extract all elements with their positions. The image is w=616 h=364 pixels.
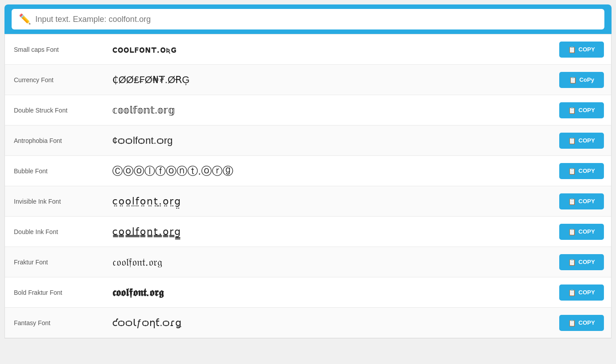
- copy-button[interactable]: 📋COPY: [559, 102, 604, 118]
- table-row: Currency Font₵ØØ₤₣Ø₦₮.ØɌĢ📋CoPy: [5, 65, 611, 95]
- copy-button[interactable]: 📋COPY: [559, 42, 604, 58]
- copy-icon: 📋: [569, 76, 577, 84]
- copy-button[interactable]: 📋COPY: [559, 315, 604, 331]
- copy-label: COPY: [578, 289, 595, 296]
- font-preview: 𝖈𝖔𝖔𝖑𝖋𝖔𝖓𝖙.𝖔𝖗𝖌: [103, 279, 552, 306]
- table-row: Bubble FontⒸⓞⓞⓛⓕⓞⓝⓣ.ⓞⓡⓖ📋COPY: [5, 156, 611, 186]
- copy-icon: 📋: [568, 319, 576, 326]
- copy-icon: 📋: [568, 167, 576, 175]
- header: ✏️: [4, 4, 612, 34]
- copy-button[interactable]: 📋COPY: [559, 163, 604, 179]
- font-preview: 𝕔𝕠𝕠𝕝𝕗𝕠𝕟𝕥.𝕠𝕣𝕘: [103, 97, 552, 123]
- copy-label: COPY: [578, 107, 595, 113]
- copy-icon: 📋: [568, 198, 576, 205]
- copy-icon: 📋: [568, 228, 576, 235]
- copy-button[interactable]: 📋COPY: [559, 133, 604, 149]
- font-table: Small caps Fontᴄᴏᴏʟꜰᴏɴᴛ.ᴏʀɢ📋COPYCurrency…: [4, 34, 612, 339]
- font-label: Double Ink Font: [5, 221, 103, 243]
- font-preview: ₵ØØ₤₣Ø₦₮.ØɌĢ: [103, 67, 552, 93]
- font-label: Double Struck Font: [5, 100, 103, 121]
- table-row: Antrophobia Font¢ѻѻlfѻnt.ѻrg📋COPY: [5, 126, 611, 156]
- copy-button[interactable]: 📋COPY: [559, 224, 604, 240]
- font-label: Bubble Font: [5, 160, 103, 182]
- font-label: Currency Font: [5, 69, 103, 91]
- table-row: Double Struck Font𝕔𝕠𝕠𝕝𝕗𝕠𝕟𝕥.𝕠𝕣𝕘📋COPY: [5, 95, 611, 126]
- table-row: Fantasy FontƈѻѻƖƒѻƞƭ.ѻɾǥ📋COPY: [5, 308, 611, 338]
- font-label: Invisible Ink Font: [5, 191, 103, 212]
- table-row: Bold Fraktur Font𝖈𝖔𝖔𝖑𝖋𝖔𝖓𝖙.𝖔𝖗𝖌📋COPY: [5, 277, 611, 308]
- font-label: Fraktur Font: [5, 251, 103, 273]
- font-preview: c̳o̳o̳l̳f̳o̳n̳t̳.̳o̳r̳g̳: [103, 219, 552, 245]
- copy-icon: 📋: [568, 107, 576, 114]
- font-label: Small caps Font: [5, 39, 103, 60]
- font-preview: ¢ѻѻlfѻnt.ѻrg: [103, 128, 552, 154]
- copy-button[interactable]: 📋CoPy: [559, 72, 604, 88]
- search-input[interactable]: [35, 15, 597, 24]
- table-row: Fraktur Font𝔠𝔬𝔬𝔩𝔣𝔬𝔫𝔱.𝔬𝔯𝔤📋COPY: [5, 247, 611, 277]
- font-preview: Ⓒⓞⓞⓛⓕⓞⓝⓣ.ⓞⓡⓖ: [103, 157, 552, 185]
- copy-button[interactable]: 📋COPY: [559, 193, 604, 209]
- copy-label: COPY: [578, 167, 595, 174]
- font-preview: ᴄᴏᴏʟꜰᴏɴᴛ.ᴏʀɢ: [103, 37, 552, 62]
- font-label: Fantasy Font: [5, 312, 103, 334]
- copy-icon: 📋: [568, 289, 576, 296]
- font-preview: c̤o̤o̤l̤f̤o̤n̤t̤.̤o̤r̤g̤: [103, 188, 552, 214]
- copy-icon: 📋: [568, 46, 576, 53]
- table-row: Double Ink Fontc̳o̳o̳l̳f̳o̳n̳t̳.̳o̳r̳g̳📋…: [5, 217, 611, 247]
- copy-button[interactable]: 📋COPY: [559, 254, 604, 270]
- copy-label: COPY: [578, 46, 595, 53]
- font-preview: 𝔠𝔬𝔬𝔩𝔣𝔬𝔫𝔱.𝔬𝔯𝔤: [103, 249, 552, 276]
- table-row: Invisible Ink Fontc̤o̤o̤l̤f̤o̤n̤t̤.̤o̤r̤…: [5, 186, 611, 217]
- copy-label: COPY: [578, 228, 595, 235]
- font-label: Bold Fraktur Font: [5, 282, 103, 303]
- copy-label: COPY: [578, 259, 595, 265]
- copy-label: COPY: [578, 137, 595, 144]
- copy-label: CoPy: [579, 76, 594, 83]
- copy-label: COPY: [578, 198, 595, 205]
- copy-button[interactable]: 📋COPY: [559, 285, 604, 301]
- copy-label: COPY: [578, 319, 595, 326]
- search-bar: ✏️: [12, 9, 604, 29]
- pencil-icon: ✏️: [19, 13, 31, 25]
- copy-icon: 📋: [568, 259, 576, 266]
- table-row: Small caps Fontᴄᴏᴏʟꜰᴏɴᴛ.ᴏʀɢ📋COPY: [5, 34, 611, 65]
- font-preview: ƈѻѻƖƒѻƞƭ.ѻɾǥ: [103, 310, 552, 336]
- copy-icon: 📋: [568, 137, 576, 144]
- font-label: Antrophobia Font: [5, 130, 103, 151]
